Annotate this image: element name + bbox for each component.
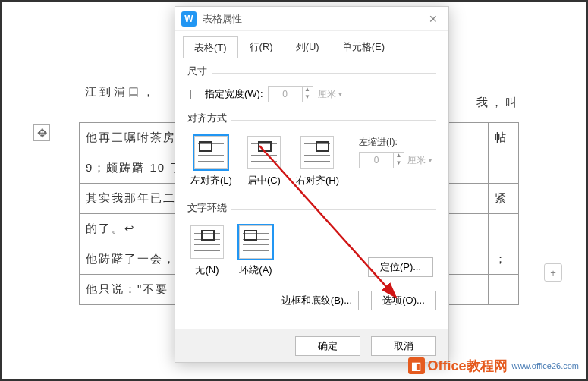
position-button[interactable]: 定位(P)...: [368, 257, 433, 277]
align-right-icon: [300, 136, 334, 169]
add-column-button[interactable]: +: [544, 263, 562, 282]
width-input[interactable]: [269, 87, 302, 102]
watermark-logo-icon: ◧: [408, 357, 425, 374]
align-center-icon: [247, 136, 281, 169]
left-indent-label: 左缩进(I):: [359, 136, 433, 149]
align-left-option[interactable]: 左对齐(L): [190, 136, 232, 187]
doc-text-frag: 我，叫: [476, 96, 520, 110]
wrap-label: 文字环绕: [187, 201, 227, 215]
tab-cell[interactable]: 单元格(E): [331, 36, 396, 58]
table-properties-dialog: W 表格属性 ✕ 表格(T) 行(R) 列(U) 单元格(E) 尺寸 指定宽度(…: [175, 6, 449, 363]
indent-input[interactable]: [360, 153, 393, 168]
tab-column[interactable]: 列(U): [285, 36, 331, 58]
specify-width-checkbox[interactable]: [190, 90, 200, 99]
alignment-label: 对齐方式: [187, 112, 227, 125]
align-center-option[interactable]: 居中(C): [247, 136, 281, 187]
align-left-icon: [194, 136, 228, 169]
tab-bar: 表格(T) 行(R) 列(U) 单元格(E): [183, 36, 441, 58]
wrap-around-option[interactable]: 环绕(A): [239, 225, 272, 277]
specify-width-label: 指定宽度(W):: [205, 87, 263, 101]
watermark: ◧ Office教程网 www.office26.com: [408, 357, 579, 375]
options-button[interactable]: 选项(O)...: [371, 291, 436, 310]
table-move-handle[interactable]: ✥: [33, 124, 50, 141]
tab-table[interactable]: 表格(T): [183, 36, 238, 58]
width-spinner[interactable]: ▲▼: [268, 86, 313, 102]
cancel-button[interactable]: 取消: [371, 336, 436, 356]
align-left-label: 左对齐(L): [190, 174, 232, 187]
wrap-around-label: 环绕(A): [239, 263, 272, 277]
spin-down-icon[interactable]: ▼: [394, 160, 404, 168]
wrap-none-icon: [190, 225, 224, 259]
indent-unit-select[interactable]: 厘米▼: [407, 154, 433, 167]
spin-down-icon[interactable]: ▼: [303, 94, 313, 102]
align-center-label: 居中(C): [247, 174, 281, 187]
align-right-label: 右对齐(H): [296, 174, 339, 187]
wrap-around-icon: [239, 225, 272, 259]
size-label: 尺寸: [187, 65, 207, 78]
app-icon: W: [181, 11, 197, 27]
dialog-title: 表格属性: [203, 12, 424, 26]
align-right-option[interactable]: 右对齐(H): [296, 136, 339, 187]
tab-row[interactable]: 行(R): [238, 36, 285, 58]
close-icon[interactable]: ✕: [424, 13, 442, 25]
width-unit-select[interactable]: 厘米▼: [318, 88, 344, 101]
border-shading-button[interactable]: 边框和底纹(B)...: [275, 291, 359, 310]
wrap-none-option[interactable]: 无(N): [190, 225, 224, 277]
ok-button[interactable]: 确定: [295, 336, 360, 356]
indent-spinner[interactable]: ▲▼: [359, 152, 404, 168]
wrap-none-label: 无(N): [195, 263, 219, 277]
